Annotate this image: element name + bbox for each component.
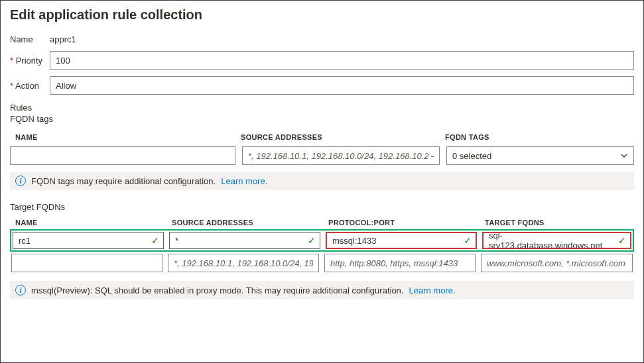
priority-input[interactable]: [50, 51, 634, 70]
name-label: Name: [10, 34, 50, 44]
mssql-info-text: mssql(Preview): SQL should be enabled in…: [31, 285, 403, 295]
tf-source-cell[interactable]: * ✓: [169, 232, 320, 249]
tf-new-name-input[interactable]: [11, 254, 162, 272]
info-icon: i: [15, 176, 26, 186]
fqdn-learn-more-link[interactable]: Learn more.: [221, 176, 267, 186]
info-icon: i: [15, 285, 26, 295]
fqdn-tags-selected: 0 selected: [452, 151, 491, 161]
target-fqdns-header: NAME SOURCE ADDRESSES PROTOCOL:PORT TARG…: [10, 215, 634, 229]
tf-protocol-cell[interactable]: mssql:1433 ✓: [326, 232, 477, 249]
fqdn-source-input[interactable]: [242, 146, 440, 165]
check-icon: ✓: [618, 236, 626, 245]
mssql-learn-more-link[interactable]: Learn more.: [409, 285, 455, 295]
fqdn-tags-header: NAME SOURCE ADDRESSES FQDN TAGS: [10, 129, 634, 144]
tcol-target: TARGET FQDNS: [485, 219, 629, 227]
fqdn-info-text: FQDN tags may require additional configu…: [31, 176, 216, 186]
tf-new-target-input[interactable]: [481, 254, 633, 272]
name-value: apprc1: [50, 34, 76, 44]
tf-target-cell[interactable]: sql-srv123.database.windows.net ✓: [482, 232, 631, 249]
check-icon: ✓: [308, 236, 316, 245]
target-row-1: rc1 ✓ * ✓ mssql:1433 ✓ sql-srv123.databa…: [10, 229, 634, 252]
fqdn-tags-label: FQDN tags: [10, 114, 634, 124]
tf-name-value: rc1: [19, 236, 31, 246]
action-label: Action: [10, 81, 50, 91]
chevron-down-icon: [620, 152, 628, 160]
tcol-protocol: PROTOCOL:PORT: [328, 219, 485, 227]
tf-new-protocol-input[interactable]: [324, 254, 476, 272]
col-tags: FQDN TAGS: [445, 133, 629, 141]
check-icon: ✓: [151, 236, 159, 245]
tf-protocol-value: mssql:1433: [332, 236, 376, 246]
tf-source-value: *: [175, 236, 178, 246]
target-fqdns-label: Target FQDNs: [10, 202, 634, 212]
tcol-name: NAME: [15, 219, 172, 227]
action-input[interactable]: [50, 76, 634, 95]
fqdn-tags-dropdown[interactable]: 0 selected: [446, 146, 634, 165]
target-row-new: [10, 252, 634, 274]
check-icon: ✓: [464, 236, 472, 245]
priority-label: Priority: [10, 56, 50, 66]
tcol-source: SOURCE ADDRESSES: [172, 219, 328, 227]
fqdn-name-input[interactable]: [10, 146, 235, 165]
col-source: SOURCE ADDRESSES: [241, 133, 445, 141]
tf-target-value: sql-srv123.database.windows.net: [489, 231, 613, 250]
mssql-info-bar: i mssql(Preview): SQL should be enabled …: [10, 281, 634, 299]
rules-label: Rules: [10, 103, 634, 113]
tf-new-source-input[interactable]: [168, 254, 319, 272]
tf-name-cell[interactable]: rc1 ✓: [13, 232, 164, 249]
fqdn-info-bar: i FQDN tags may require additional confi…: [10, 172, 634, 190]
col-name: NAME: [15, 133, 241, 141]
fqdn-tags-row: 0 selected: [10, 144, 634, 169]
page-title: Edit application rule collection: [10, 7, 634, 23]
